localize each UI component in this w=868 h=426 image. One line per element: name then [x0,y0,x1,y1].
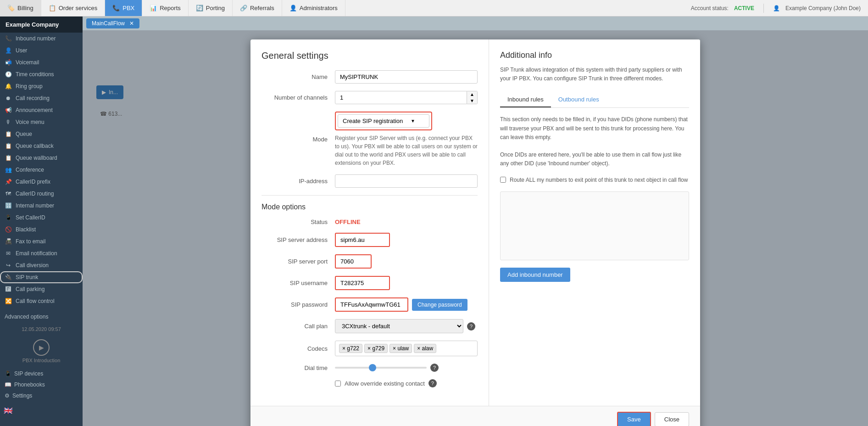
sidebar-item-advanced-options[interactable]: Advanced options [0,311,83,323]
nav-order-services[interactable]: 📋 Order services [41,0,106,16]
tab-outbound-rules[interactable]: Outbound rules [551,92,606,107]
name-input[interactable] [335,70,478,84]
allow-override-help-icon[interactable]: ? [428,379,437,387]
sidebar-item-blacklist[interactable]: 🚫 Blacklist [0,224,83,235]
sip-server-address-input[interactable] [335,233,390,247]
sidebar-item-settings[interactable]: ⚙ Settings [5,391,78,401]
top-navigation: 🏷️ Billing 📋 Order services 📞 PBX 📊 Repo… [0,0,868,17]
mode-select-button[interactable]: Create SIP registration [338,114,429,128]
language-flag[interactable]: 🇬🇧 [0,403,83,419]
tab-main-call-flow[interactable]: MainCallFlow ✕ [86,18,139,28]
channels-input[interactable] [335,91,467,104]
save-button[interactable]: Save [617,412,651,426]
administrators-icon: 👤 [289,5,297,11]
inbound-rules-description: This section only needs to be filled in,… [500,115,689,168]
dial-time-control: ? [335,364,478,372]
sidebar-item-call-recording[interactable]: ⏺ Call recording [0,92,83,104]
mode-description: Register your SIP Server with us (e.g. c… [335,134,478,167]
sidebar-item-email-notification[interactable]: ✉ Email notification [0,247,83,259]
form-row-call-plan: Call plan 3CXtrunk - default ? [262,319,478,333]
sidebar-label: Voice menu [16,119,45,125]
call-diversion-icon: ↪ [5,262,12,269]
form-row-sip-password: SIP password Change password [262,297,478,312]
sidebar-item-sip-devices[interactable]: 📱 SIP devices [5,369,78,379]
modal-wrapper: General settings Name [250,39,700,426]
sidebar-item-conference[interactable]: 👥 Conference [0,164,83,176]
sip-devices-icon: 📱 [5,370,11,377]
form-row-allow-override: Allow override existing contact ? [262,379,478,387]
sidebar-item-announcement[interactable]: 📢 Announcement [0,104,83,116]
sidebar-label: SIP trunk [16,274,38,280]
route-all-label: Route ALL my numbers to exit point of th… [510,176,688,184]
sidebar-item-voicemail[interactable]: 📬 Voicemail [0,56,83,68]
sidebar-item-voice-menu[interactable]: 🎙 Voice menu [0,116,83,128]
sip-server-port-input[interactable] [335,254,372,269]
dial-time-slider[interactable] [335,367,427,369]
sidebar-item-internal-number[interactable]: 🔢 Internal number [0,200,83,212]
tab-inbound-rules[interactable]: Inbound rules [500,92,551,107]
route-all-checkbox[interactable] [500,177,506,183]
sip-devices-label: SIP devices [14,370,43,377]
modal-body: General settings Name [250,39,700,406]
sidebar-label: Email notification [16,250,57,257]
sip-password-label: SIP password [262,301,335,308]
sidebar-item-set-callerid[interactable]: 📱 Set CallerID [0,212,83,224]
nav-administrators[interactable]: 👤 Administrators [282,0,345,16]
call-plan-help-icon[interactable]: ? [467,322,475,331]
form-row-sip-server-port: SIP server port [262,254,478,269]
slider-wrap: ? [335,364,478,372]
nav-reports[interactable]: 📊 Reports [142,0,189,16]
dial-time-help-icon[interactable]: ? [430,364,439,372]
nav-pbx[interactable]: 📞 PBX [105,0,142,16]
sidebar-label: Call flow control [16,298,55,304]
close-button[interactable]: Close [655,412,689,426]
spinner-up[interactable]: ▲ [467,91,477,98]
sidebar-item-time-conditions[interactable]: 🕐 Time conditions [0,68,83,80]
allow-override-checkbox[interactable] [335,381,341,387]
spinner-down[interactable]: ▼ [467,98,477,104]
add-inbound-number-button[interactable]: Add inbound number [500,268,570,282]
pbx-icon: 📞 [112,5,120,11]
sidebar-item-fax-to-email[interactable]: 📠 Fax to email [0,235,83,247]
sidebar-label: Call recording [16,95,50,101]
sip-trunk-icon: 🔌 [5,274,12,280]
nav-referrals[interactable]: 🔗 Referrals [233,0,282,16]
sidebar-item-user[interactable]: 👤 User [0,45,83,56]
video-intro-button[interactable]: ▶ PBX Introduction [0,336,83,367]
sidebar-item-inbound-number[interactable]: 📞 Inbound number [0,33,83,45]
porting-icon: 🔄 [196,5,203,11]
sidebar-item-call-flow-control[interactable]: 🔀 Call flow control [0,295,83,307]
codecs-wrap: × g722 × g729 × ulaw × alaw [335,341,478,356]
sidebar-item-phonebooks[interactable]: 📖 Phonebooks [5,380,78,390]
sidebar-label: Set CallerID [16,214,45,221]
form-row-status: Status OFFLINE [262,219,478,225]
call-plan-label: Call plan [262,323,335,330]
nav-billing[interactable]: 🏷️ Billing [0,0,41,16]
sidebar-item-callerid-prefix[interactable]: 📌 CallerID prefix [0,176,83,188]
tab-close-icon[interactable]: ✕ [129,20,134,27]
sidebar-item-callerid-routing[interactable]: 🗺 CallerID routing [0,188,83,200]
mode-label: Mode [262,136,335,143]
sidebar-item-ring-group[interactable]: 🔔 Ring group [0,80,83,92]
sidebar-item-call-parking[interactable]: 🅿 Call parking [0,283,83,295]
call-plan-select[interactable]: 3CXtrunk - default [335,319,463,333]
nav-porting[interactable]: 🔄 Porting [189,0,233,16]
sidebar-item-sip-trunk[interactable]: 🔌 SIP trunk [0,271,83,283]
sidebar-label: Ring group [16,83,43,90]
ip-input[interactable] [335,174,478,188]
sidebar-item-queue-wallboard[interactable]: 📋 Queue wallboard [0,152,83,164]
sip-password-input[interactable] [335,297,408,312]
sip-username-input[interactable] [335,276,390,290]
codecs-control: × g722 × g729 × ulaw × alaw [335,341,478,356]
sidebar-item-call-diversion[interactable]: ↪ Call diversion [0,259,83,271]
sidebar-label: Blacklist [16,226,36,233]
callerid-routing-icon: 🗺 [5,191,12,197]
queue-wallboard-icon: 📋 [5,155,12,161]
rules-tabs: Inbound rules Outbound rules [500,92,689,108]
call-parking-icon: 🅿 [5,286,12,292]
sidebar-item-queue[interactable]: 📋 Queue [0,128,83,140]
sidebar-label: Queue wallboard [16,155,57,161]
change-password-button[interactable]: Change password [412,299,467,311]
sidebar-item-queue-callback[interactable]: 📋 Queue callback [0,140,83,152]
sidebar-label: User [16,47,27,54]
